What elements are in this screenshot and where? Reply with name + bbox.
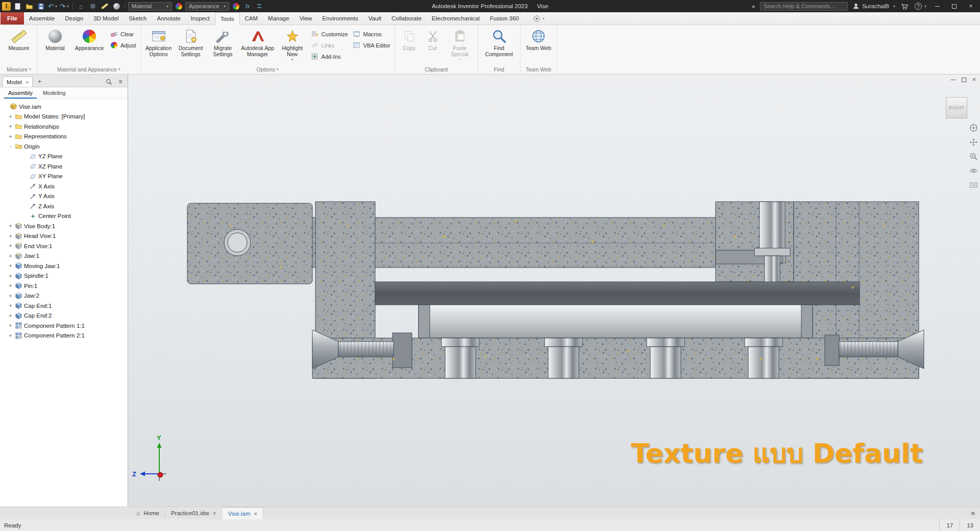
ribbon-tab-design[interactable]: Design bbox=[60, 12, 88, 25]
doc-close-button[interactable]: × bbox=[972, 76, 976, 83]
appearance-combo[interactable]: Appearance bbox=[185, 2, 229, 11]
user-account-menu[interactable]: SurachaiB bbox=[852, 3, 895, 10]
tree-root[interactable]: Vise.iam bbox=[3, 102, 128, 112]
collapse-chevron-icon[interactable]: ▸ bbox=[752, 3, 755, 10]
doc-minimize-button[interactable] bbox=[951, 80, 955, 80]
customize-button[interactable]: Customize bbox=[309, 29, 350, 39]
ribbon-tab-manage[interactable]: Manage bbox=[263, 12, 295, 25]
ribbon-tab-environments[interactable]: Environments bbox=[317, 12, 363, 25]
expander[interactable]: + bbox=[8, 323, 13, 328]
tree-item[interactable]: +Jaw:1 bbox=[3, 251, 128, 261]
ribbon-tab-annotate[interactable]: Annotate bbox=[152, 12, 186, 25]
redo-button[interactable]: ↷ bbox=[59, 1, 69, 11]
add-ins-button[interactable]: Add-Ins bbox=[309, 52, 350, 61]
expander[interactable]: + bbox=[8, 223, 13, 229]
tree-item[interactable]: +Vise Body:1 bbox=[3, 221, 128, 231]
look-at-icon[interactable] bbox=[969, 181, 978, 189]
expander[interactable]: - bbox=[8, 143, 13, 149]
browser-tab-model[interactable]: Model × bbox=[3, 77, 33, 87]
measure-button[interactable]: Measure bbox=[3, 27, 35, 64]
close-icon[interactable]: × bbox=[213, 510, 216, 516]
application-options-button[interactable]: Application Options bbox=[143, 27, 175, 64]
tree-item[interactable]: +Jaw:2 bbox=[3, 291, 128, 301]
material-combo[interactable]: Material bbox=[128, 2, 172, 11]
doc-tab-practice01[interactable]: Practice01.idw × bbox=[165, 507, 223, 519]
group-label-measure[interactable]: Measure bbox=[3, 64, 35, 74]
expander[interactable]: + bbox=[8, 293, 13, 299]
expander[interactable]: + bbox=[8, 243, 13, 249]
save-button[interactable] bbox=[36, 1, 46, 11]
expander[interactable]: + bbox=[8, 303, 13, 308]
close-icon[interactable]: × bbox=[254, 511, 257, 517]
ribbon-tab-fusion-360[interactable]: Fusion 360 bbox=[485, 12, 524, 25]
tree-item[interactable]: +End Vise:1 bbox=[3, 241, 128, 251]
tree-item[interactable]: +Component Pattern 2:1 bbox=[3, 331, 128, 341]
highlight-new-button[interactable]: Highlight New bbox=[277, 27, 308, 64]
find-component-button[interactable]: Find Component bbox=[480, 27, 518, 64]
ribbon-tab-collaborate[interactable]: Collaborate bbox=[386, 12, 427, 25]
expander[interactable]: + bbox=[8, 114, 13, 119]
team-web-button[interactable]: Team Web bbox=[523, 27, 554, 64]
tree-item[interactable]: YZ Plane bbox=[3, 152, 128, 162]
tree-item[interactable]: XY Plane bbox=[3, 172, 128, 182]
inventor-logo-icon[interactable]: I bbox=[2, 2, 11, 11]
copy-button[interactable]: Copy bbox=[397, 27, 422, 64]
expander[interactable]: + bbox=[8, 253, 13, 259]
autodesk-app-manager-button[interactable]: Autodesk App Manager bbox=[239, 27, 276, 64]
new-file-button[interactable] bbox=[12, 1, 22, 11]
tree-item[interactable]: +Relationships bbox=[3, 122, 128, 132]
graphics-viewport[interactable]: Y Z × RIGHT Texture แบบ Default bbox=[128, 75, 980, 506]
tree-item[interactable]: Center Point bbox=[3, 211, 128, 222]
swap-arrows-icon[interactable] bbox=[254, 1, 264, 11]
cut-button[interactable]: Cut bbox=[422, 27, 444, 64]
tree-item[interactable]: +Cap End:2 bbox=[3, 311, 128, 321]
pan-icon[interactable] bbox=[969, 138, 978, 147]
tab-list-menu-icon[interactable]: ≡ bbox=[971, 507, 975, 519]
search-icon[interactable] bbox=[104, 77, 113, 87]
home-button[interactable]: ⌂ bbox=[76, 1, 86, 11]
expander[interactable]: + bbox=[8, 134, 13, 139]
paste-special-button[interactable]: Paste Special bbox=[444, 27, 476, 64]
view-cube[interactable]: RIGHT bbox=[946, 97, 967, 118]
clear-button[interactable]: Clear bbox=[108, 29, 138, 39]
tree-item[interactable]: +Spindle:1 bbox=[3, 271, 128, 281]
ribbon-tab-assemble[interactable]: Assemble bbox=[24, 12, 60, 25]
migrate-settings-button[interactable]: Migrate Settings bbox=[207, 27, 239, 64]
view-tab-modeling[interactable]: Modeling bbox=[39, 89, 70, 99]
group-label-options[interactable]: Options bbox=[143, 64, 393, 74]
search-input[interactable] bbox=[760, 2, 848, 11]
add-browser-tab-button[interactable]: + bbox=[35, 77, 43, 87]
ribbon-tab-tools[interactable]: Tools bbox=[215, 12, 240, 25]
doc-restore-button[interactable] bbox=[962, 78, 966, 82]
measure-quick-icon[interactable] bbox=[100, 1, 110, 11]
tree-item[interactable]: +Representations bbox=[3, 132, 128, 142]
tree-item[interactable]: +Pin:1 bbox=[3, 281, 128, 291]
ribbon-tab-view[interactable]: View bbox=[295, 12, 317, 25]
tree-item[interactable]: XZ Plane bbox=[3, 161, 128, 172]
links-button[interactable]: Links bbox=[309, 40, 350, 50]
doc-tab-home[interactable]: ⌂ Home bbox=[131, 507, 165, 519]
appearance-button[interactable]: Appearance bbox=[71, 27, 107, 64]
sketch-grid-icon[interactable] bbox=[88, 1, 98, 11]
macros-button[interactable]: Macros bbox=[351, 29, 393, 39]
tree-item[interactable]: +Component Pattern 1:1 bbox=[3, 321, 128, 331]
app-store-cart-icon[interactable] bbox=[900, 1, 910, 11]
tree-item[interactable]: X Axis bbox=[3, 181, 128, 191]
material-quick-icon[interactable] bbox=[111, 1, 121, 11]
adjust-color-icon[interactable] bbox=[231, 1, 241, 11]
ribbon-display-toggle[interactable] bbox=[533, 12, 545, 25]
color-wheel-icon[interactable] bbox=[174, 1, 184, 11]
browser-menu-icon[interactable]: ≡ bbox=[116, 77, 125, 87]
adjust-button[interactable]: Adjust bbox=[108, 40, 138, 50]
ribbon-tab-cam[interactable]: CAM bbox=[240, 12, 263, 25]
maximize-button[interactable] bbox=[948, 1, 960, 12]
close-button[interactable]: × bbox=[965, 1, 977, 12]
expander[interactable]: + bbox=[8, 313, 13, 319]
group-label-material-appearance[interactable]: Material and Appearance bbox=[39, 64, 138, 74]
ribbon-tab-file[interactable]: File bbox=[1, 12, 24, 25]
zoom-icon[interactable] bbox=[969, 152, 978, 161]
expander[interactable]: + bbox=[8, 233, 13, 239]
tree-item[interactable]: -Origin bbox=[3, 141, 128, 152]
ribbon-tab-3d-model[interactable]: 3D Model bbox=[88, 12, 124, 25]
material-button[interactable]: Material bbox=[39, 27, 71, 64]
